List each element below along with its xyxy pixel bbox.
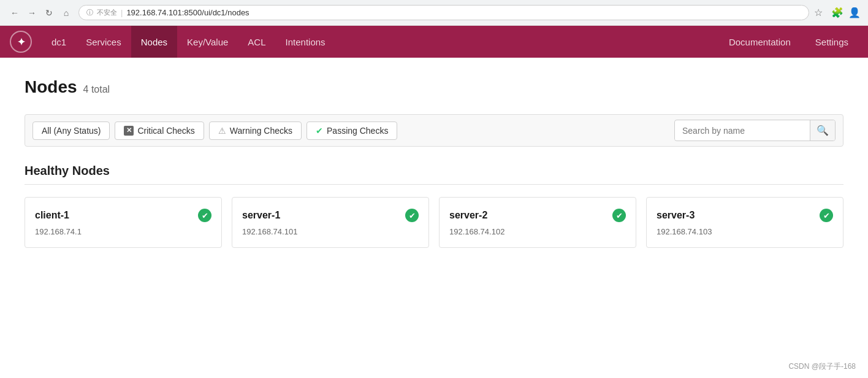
nav-acl[interactable]: ACL	[238, 26, 275, 58]
node-ip: 192.168.74.1	[35, 227, 211, 236]
page-heading: Nodes 4 total	[25, 77, 843, 97]
browser-action-icons: ☆ 🧩 👤	[814, 7, 861, 19]
browser-chrome: ← → ↻ ⌂ ⓘ 不安全 | 192.168.74.101:8500/ui/d…	[0, 0, 868, 26]
search-input[interactable]	[675, 122, 810, 140]
page-total: 4 total	[83, 84, 110, 95]
warning-icon: ⚠	[218, 126, 226, 136]
reload-button[interactable]: ↻	[42, 6, 56, 20]
extension-icon[interactable]: 🧩	[831, 7, 843, 19]
passing-label: Passing Checks	[327, 126, 388, 136]
node-card-header: server-2 ✔	[449, 209, 626, 222]
nodes-grid: client-1 ✔ 192.168.74.1 server-1 ✔ 192.1…	[25, 197, 843, 248]
nav-documentation[interactable]: Documentation	[719, 26, 801, 58]
node-card-header: client-1 ✔	[35, 209, 211, 222]
node-ip: 192.168.74.103	[657, 227, 833, 236]
node-ip: 192.168.74.102	[449, 227, 626, 236]
nav-intentions[interactable]: Intentions	[276, 26, 335, 58]
nav-buttons: ← → ↻ ⌂	[7, 6, 74, 20]
section-heading: Healthy Nodes	[25, 164, 843, 185]
app-navbar: ✦ dc1 Services Nodes Key/Value ACL Inten…	[0, 26, 868, 58]
passing-check-icon: ✔	[820, 209, 833, 222]
forward-button[interactable]: →	[25, 6, 39, 20]
filter-passing-button[interactable]: ✔ Passing Checks	[306, 122, 397, 140]
node-name: server-3	[657, 210, 695, 221]
passing-check-icon: ✔	[612, 209, 626, 222]
node-card-client-1[interactable]: client-1 ✔ 192.168.74.1	[25, 197, 222, 248]
node-card-header: server-3 ✔	[657, 209, 833, 222]
passing-check-icon: ✔	[198, 209, 211, 222]
nav-nodes[interactable]: Nodes	[131, 26, 177, 58]
home-button[interactable]: ⌂	[59, 6, 74, 20]
search-button[interactable]: 🔍	[810, 120, 835, 141]
filter-warning-button[interactable]: ⚠ Warning Checks	[209, 122, 302, 140]
node-card-server-3[interactable]: server-3 ✔ 192.168.74.103	[646, 197, 843, 248]
critical-icon: ✕	[124, 126, 134, 136]
node-card-server-1[interactable]: server-1 ✔ 192.168.74.101	[232, 197, 429, 248]
security-label: 不安全	[97, 8, 117, 17]
node-name: server-2	[449, 210, 487, 221]
security-icon: ⓘ	[86, 8, 93, 17]
passing-check-icon: ✔	[405, 209, 419, 222]
nav-settings[interactable]: Settings	[805, 26, 858, 58]
account-icon[interactable]: 👤	[848, 7, 861, 19]
search-container: 🔍	[674, 120, 836, 141]
nav-services[interactable]: Services	[76, 26, 131, 58]
logo-symbol: ✦	[17, 36, 25, 48]
filter-bar: All (Any Status) ✕ Critical Checks ⚠ War…	[25, 114, 843, 147]
node-card-server-2[interactable]: server-2 ✔ 192.168.74.102	[439, 197, 636, 248]
address-bar[interactable]: ⓘ 不安全 | 192.168.74.101:8500/ui/dc1/nodes	[78, 5, 809, 20]
node-card-header: server-1 ✔	[242, 209, 419, 222]
back-button[interactable]: ←	[7, 6, 22, 20]
warning-label: Warning Checks	[230, 126, 292, 136]
node-name: server-1	[242, 210, 280, 221]
filter-critical-button[interactable]: ✕ Critical Checks	[115, 122, 204, 140]
navbar-right: Documentation Settings	[719, 26, 858, 58]
node-ip: 192.168.74.101	[242, 227, 419, 236]
url-text: 192.168.74.101:8500/ui/dc1/nodes	[126, 8, 249, 17]
node-name: client-1	[35, 210, 69, 221]
nav-keyvalue[interactable]: Key/Value	[177, 26, 238, 58]
main-content: Nodes 4 total All (Any Status) ✕ Critica…	[0, 58, 868, 268]
datacenter-label[interactable]: dc1	[42, 26, 76, 58]
critical-label: Critical Checks	[137, 126, 194, 136]
search-icon: 🔍	[817, 125, 829, 136]
consul-logo: ✦	[10, 31, 32, 53]
filter-all-button[interactable]: All (Any Status)	[32, 122, 110, 140]
passing-icon: ✔	[316, 126, 323, 136]
bookmark-icon[interactable]: ☆	[814, 7, 826, 19]
page-title: Nodes	[25, 77, 77, 97]
